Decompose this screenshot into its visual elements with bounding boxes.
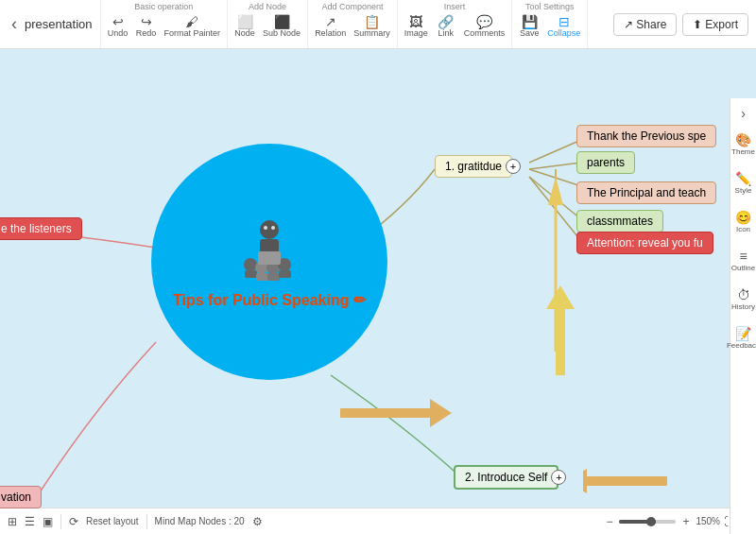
mindmap: Tips for Public Speaking ✏	[0, 49, 732, 522]
svg-rect-21	[340, 408, 430, 418]
comments-label: Comments	[464, 28, 506, 38]
redo-button[interactable]: ↪ Redo	[133, 13, 160, 40]
sidebar-item-style[interactable]: ✏️ Style	[730, 167, 756, 198]
sidebar-item-icon[interactable]: 😊 Icon	[730, 206, 756, 237]
image-button[interactable]: 🖼 Image	[402, 13, 431, 40]
style-icon: ✏️	[735, 171, 751, 186]
outline-icon: ≡	[739, 249, 747, 264]
icon-icon: 😊	[735, 210, 751, 225]
relation-button[interactable]: ↗ Relation	[312, 13, 349, 40]
attention-label: Attention: reveal you fu	[587, 236, 703, 250]
vation-node[interactable]: vation	[0, 486, 42, 508]
reset-layout-label: Reset layout	[86, 516, 139, 526]
sub-node-icon: ⬛	[274, 15, 290, 28]
classmates-node[interactable]: classmmates	[576, 210, 663, 233]
svg-marker-26	[583, 469, 587, 493]
undo-button[interactable]: ↩ Undo	[105, 13, 131, 40]
arrow-left-to-central	[340, 399, 454, 431]
group-label-add-node: Add Node	[249, 2, 286, 11]
principal-node[interactable]: The Principal and teach	[576, 181, 716, 204]
list-icon[interactable]: ☰	[25, 515, 35, 528]
listeners-node[interactable]: e the listeners	[0, 217, 82, 240]
undo-icon: ↩	[112, 15, 124, 28]
outline-label: Outline	[731, 264, 755, 272]
node-label: Node	[234, 28, 255, 38]
thank-node[interactable]: Thank the Previous spe	[576, 125, 716, 147]
vation-label: vation	[1, 491, 31, 504]
attention-node[interactable]: Attention: reveal you fu	[576, 232, 713, 254]
gratitude-node[interactable]: 1. gratitdue +	[435, 155, 512, 178]
layout-icon[interactable]: ⟳	[69, 515, 78, 528]
svg-marker-7	[548, 177, 563, 205]
right-sidebar: › 🎨 Theme ✏️ Style 😊 Icon ≡ Outline ⏱ Hi…	[730, 98, 756, 534]
group-label-tool-settings: Tool Settings	[525, 2, 575, 11]
toolbar-group-add-component: Add Component ↗ Relation 📋 Summary	[308, 0, 398, 48]
svg-marker-22	[430, 399, 452, 427]
canvas-area[interactable]: Tips for Public Speaking ✏	[0, 49, 732, 522]
comments-button[interactable]: 💬 Comments	[461, 13, 508, 40]
link-button[interactable]: 🔗 Link	[433, 13, 459, 40]
gratitude-plus-btn[interactable]: +	[506, 159, 521, 174]
export-button[interactable]: ⬆ Export	[682, 13, 748, 36]
sidebar-item-theme[interactable]: 🎨 Theme	[730, 129, 756, 160]
sidebar-item-feedback[interactable]: 📝 Feedback	[730, 322, 756, 353]
svg-rect-23	[556, 304, 565, 375]
back-button[interactable]: ‹	[8, 12, 21, 36]
principal-label: The Principal and teach	[587, 186, 706, 199]
grid-icon[interactable]: ⊞	[8, 515, 17, 528]
undo-label: Undo	[108, 28, 129, 38]
central-title: Tips for Public Speaking ✏	[163, 291, 375, 309]
group-label-insert: Insert	[444, 2, 466, 11]
sub-node-button[interactable]: ⬛ Sub Node	[260, 13, 303, 40]
toolbar-group-insert: Insert 🖼 Image 🔗 Link 💬 Comments	[398, 0, 513, 48]
collapse-icon: ⊟	[558, 15, 570, 28]
export-icon: ⬆	[693, 18, 702, 31]
svg-marker-24	[546, 285, 575, 309]
gratitude-label: 1. gratitdue	[445, 160, 502, 173]
zoom-slider[interactable]	[619, 520, 676, 524]
mind-map-nodes-label: Mind Map Nodes : 20	[155, 516, 245, 526]
link-icon: 🔗	[438, 15, 454, 28]
summary-button[interactable]: 📋 Summary	[351, 13, 393, 40]
share-icon: ↗	[624, 18, 633, 31]
arrow-up-gratitude	[546, 285, 575, 384]
save-icon: 💾	[522, 15, 538, 28]
sidebar-item-history[interactable]: ⏱ History	[730, 284, 756, 315]
zoom-out-button[interactable]: −	[603, 514, 615, 529]
sidebar-item-outline[interactable]: ≡ Outline	[730, 245, 756, 276]
svg-rect-15	[256, 273, 268, 281]
save-button[interactable]: 💾 Save	[516, 13, 542, 40]
introduce-plus-btn[interactable]: +	[551, 470, 566, 485]
svg-point-20	[271, 226, 275, 230]
introduce-node[interactable]: 2. Introduce Self +	[454, 465, 558, 490]
group-items-add-component: ↗ Relation 📋 Summary	[312, 13, 393, 40]
sidebar-collapse-arrow[interactable]: ›	[741, 106, 746, 121]
zoom-controls: − + 150% ⛶ ⤢	[603, 514, 748, 529]
link-label: Link	[438, 28, 454, 38]
group-items-add-node: ⬜ Node ⬛ Sub Node	[232, 13, 303, 40]
style-label: Style	[735, 186, 752, 195]
toolbar-right: ↗ Share ⬆ Export	[606, 0, 756, 48]
share-button[interactable]: ↗ Share	[613, 13, 677, 36]
collapse-button[interactable]: ⊟ Collapse	[544, 13, 583, 40]
arrow-left-introduce	[583, 469, 678, 497]
toolbar-group-basic: Basic operation ↩ Undo ↪ Redo 🖌 Format P…	[101, 0, 229, 48]
theme-icon: 🎨	[735, 132, 751, 147]
settings-icon[interactable]: ⚙	[252, 515, 263, 528]
feedback-icon: 📝	[735, 326, 751, 341]
zoom-in-button[interactable]: +	[679, 514, 692, 529]
svg-rect-14	[245, 270, 257, 278]
zoom-slider-thumb[interactable]	[646, 517, 656, 526]
group-items-tool-settings: 💾 Save ⊟ Collapse	[516, 13, 583, 40]
toolbar-group-add-node: Add Node ⬜ Node ⬛ Sub Node	[228, 0, 308, 48]
node-button[interactable]: ⬜ Node	[232, 13, 258, 40]
group-items-insert: 🖼 Image 🔗 Link 💬 Comments	[402, 13, 508, 40]
svg-rect-17	[279, 270, 291, 278]
format-painter-button[interactable]: 🖌 Format Painter	[162, 13, 224, 40]
parents-node[interactable]: parents	[576, 151, 635, 174]
display-icon[interactable]: ▣	[43, 515, 53, 528]
relation-icon: ↗	[325, 15, 336, 28]
svg-point-19	[264, 226, 267, 230]
svg-line-4	[529, 177, 581, 241]
group-label-add-component: Add Component	[321, 2, 383, 11]
